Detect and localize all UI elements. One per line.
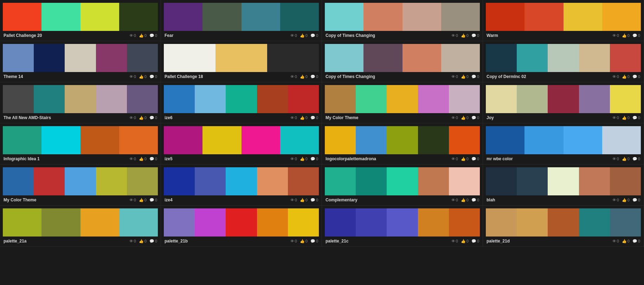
color-swatch <box>288 85 319 113</box>
comment-stat[interactable]: 💬 0 <box>149 116 157 120</box>
palette-card[interactable]: Infographic Idea 1👁 0👍 0💬 0 <box>0 123 161 164</box>
comment-stat[interactable]: 💬 0 <box>310 33 318 38</box>
comment-stat[interactable]: 💬 0 <box>471 75 479 79</box>
palette-card[interactable]: mr wbe color👁 0👍 0💬 0 <box>483 123 644 164</box>
view-stat: 👁 0 <box>612 198 619 202</box>
like-stat[interactable]: 👍 0 <box>622 116 630 120</box>
comment-stat[interactable]: 💬 0 <box>149 198 157 202</box>
palette-card[interactable]: Warm👁 0👍 0💬 0 <box>483 0 644 41</box>
like-stat[interactable]: 👍 0 <box>300 116 308 120</box>
comment-stat[interactable]: 💬 0 <box>632 157 640 161</box>
palette-card[interactable]: Theme 14👁 0👍 0💬 0 <box>0 41 161 82</box>
palette-card[interactable]: Complementary👁 0👍 0💬 0 <box>322 164 483 206</box>
palette-card[interactable]: Pallet Challenge 20👁 0👍 0💬 0 <box>0 0 161 41</box>
view-stat: 👁 0 <box>290 116 297 120</box>
comment-icon: 💬 <box>310 239 315 244</box>
palette-card[interactable]: Copy of Times Changing👁 0👍 0💬 0 <box>322 0 483 41</box>
palette-card[interactable]: Copy of Times Changing👁 0👍 0💬 0 <box>322 41 483 82</box>
like-stat[interactable]: 👍 0 <box>622 33 630 38</box>
eye-icon: 👁 <box>290 198 294 202</box>
view-count: 0 <box>134 157 136 161</box>
comment-stat[interactable]: 💬 0 <box>310 198 318 202</box>
like-stat[interactable]: 👍 0 <box>461 157 469 161</box>
palette-stats: 👁 0👍 0💬 0 <box>290 157 318 161</box>
palette-card[interactable]: ize6👁 0👍 0💬 0 <box>161 82 322 123</box>
palette-card[interactable]: Joy👁 0👍 0💬 0 <box>483 82 644 123</box>
palette-card[interactable]: logocolorpalettemadrona👁 0👍 0💬 0 <box>322 123 483 164</box>
view-stat: 👁 0 <box>451 239 458 243</box>
comment-stat[interactable]: 💬 0 <box>632 33 640 38</box>
comment-stat[interactable]: 💬 0 <box>632 239 640 244</box>
palette-card[interactable]: The All New AMD-Stairs👁 0👍 0💬 0 <box>0 82 161 123</box>
like-stat[interactable]: 👍 0 <box>622 239 630 244</box>
like-stat[interactable]: 👍 0 <box>139 239 147 244</box>
palette-card[interactable]: My Color Theme👁 0👍 0💬 0 <box>322 82 483 123</box>
like-stat[interactable]: 👍 0 <box>300 75 308 79</box>
palette-swatches <box>3 167 158 195</box>
like-stat[interactable]: 👍 0 <box>139 116 147 120</box>
palette-card[interactable]: palette_21b👁 0👍 0💬 0 <box>161 206 322 247</box>
palette-swatches <box>325 208 480 237</box>
color-swatch <box>441 3 480 31</box>
like-stat[interactable]: 👍 0 <box>139 75 147 79</box>
like-stat[interactable]: 👍 0 <box>139 157 147 161</box>
color-swatch <box>280 126 319 154</box>
color-swatch <box>548 85 579 113</box>
palette-card[interactable]: blah👁 0👍 0💬 0 <box>483 164 644 206</box>
palette-swatches <box>325 85 480 113</box>
palette-card[interactable]: ize4👁 0👍 0💬 0 <box>161 164 322 206</box>
comment-stat[interactable]: 💬 0 <box>632 116 640 120</box>
color-swatch <box>65 44 96 72</box>
like-stat[interactable]: 👍 0 <box>622 198 630 202</box>
palette-card[interactable]: ize5👁 0👍 0💬 0 <box>161 123 322 164</box>
color-swatch <box>257 85 288 113</box>
comment-count: 0 <box>477 157 479 161</box>
comment-stat[interactable]: 💬 0 <box>310 116 318 120</box>
color-swatch <box>195 85 226 113</box>
palette-card[interactable]: palette_21a👁 0👍 0💬 0 <box>0 206 161 247</box>
palette-card[interactable]: My Color Theme👁 0👍 0💬 0 <box>0 164 161 206</box>
comment-stat[interactable]: 💬 0 <box>310 157 318 161</box>
comment-stat[interactable]: 💬 0 <box>149 75 157 79</box>
palette-card[interactable]: Fear👁 0👍 0💬 0 <box>161 0 322 41</box>
like-count: 0 <box>144 116 147 120</box>
palette-info: ize6👁 0👍 0💬 0 <box>164 115 319 120</box>
comment-stat[interactable]: 💬 0 <box>149 33 157 38</box>
like-stat[interactable]: 👍 0 <box>139 198 147 202</box>
palette-card[interactable]: palette_21d👁 0👍 0💬 0 <box>483 206 644 247</box>
palette-card[interactable]: palette_21c👁 0👍 0💬 0 <box>322 206 483 247</box>
like-stat[interactable]: 👍 0 <box>300 157 308 161</box>
comment-stat[interactable]: 💬 0 <box>471 33 479 38</box>
like-stat[interactable]: 👍 0 <box>300 198 308 202</box>
palette-swatches <box>486 167 641 195</box>
palette-stats: 👁 0👍 0💬 0 <box>612 239 640 244</box>
like-stat[interactable]: 👍 0 <box>461 75 469 79</box>
like-stat[interactable]: 👍 0 <box>461 33 469 38</box>
comment-stat[interactable]: 💬 0 <box>471 198 479 202</box>
color-swatch <box>41 126 80 154</box>
comment-stat[interactable]: 💬 0 <box>471 157 479 161</box>
like-stat[interactable]: 👍 0 <box>139 33 147 38</box>
color-swatch <box>356 208 387 237</box>
comment-count: 0 <box>477 198 479 202</box>
like-stat[interactable]: 👍 0 <box>300 239 308 244</box>
comment-stat[interactable]: 💬 0 <box>310 75 318 79</box>
comment-stat[interactable]: 💬 0 <box>149 157 157 161</box>
palette-info: mr wbe color👁 0👍 0💬 0 <box>486 156 641 161</box>
like-stat[interactable]: 👍 0 <box>461 239 469 244</box>
like-stat[interactable]: 👍 0 <box>461 198 469 202</box>
like-stat[interactable]: 👍 0 <box>622 75 630 79</box>
like-stat[interactable]: 👍 0 <box>622 157 630 161</box>
comment-stat[interactable]: 💬 0 <box>471 239 479 244</box>
palette-info: Pallet Challenge 20👁 0👍 0💬 0 <box>3 33 158 38</box>
palette-info: logocolorpalettemadrona👁 0👍 0💬 0 <box>325 156 480 161</box>
like-stat[interactable]: 👍 0 <box>300 33 308 38</box>
like-stat[interactable]: 👍 0 <box>461 116 469 120</box>
palette-card[interactable]: Copy of DermInc 02👁 0👍 0💬 0 <box>483 41 644 82</box>
comment-stat[interactable]: 💬 0 <box>632 75 640 79</box>
comment-stat[interactable]: 💬 0 <box>310 239 318 244</box>
comment-stat[interactable]: 💬 0 <box>471 116 479 120</box>
palette-card[interactable]: Pallet Challenge 18👁 0👍 0💬 0 <box>161 41 322 82</box>
comment-stat[interactable]: 💬 0 <box>632 198 640 202</box>
comment-stat[interactable]: 💬 0 <box>149 239 157 244</box>
